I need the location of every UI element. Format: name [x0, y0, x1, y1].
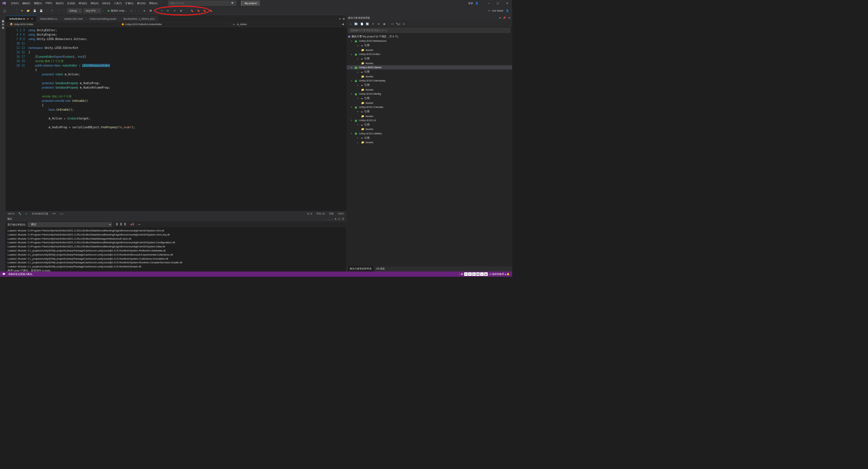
tab-burst[interactable]: BurstAotSett...s_WebGL.json: [120, 16, 158, 22]
outdent-icon[interactable]: ⇤: [166, 8, 170, 13]
crumb-member[interactable]: ◈ m_Action: [231, 22, 340, 26]
menu-git[interactable]: Git(G): [44, 1, 54, 6]
clear-bookmark-icon[interactable]: 🔖: [209, 8, 213, 13]
user-icon[interactable]: 👤: [475, 2, 478, 4]
nav-back-icon[interactable]: ◯: [2, 8, 7, 13]
crumb-namespace[interactable]: 📦 Unity.LEGO.Editor: [7, 22, 117, 26]
panel-tab-explorer[interactable]: 解决方案资源管理器: [348, 266, 374, 271]
menu-window[interactable]: 窗口(W): [135, 1, 147, 6]
feedback-icon[interactable]: 👤: [505, 8, 510, 13]
menu-test[interactable]: 测试(S): [89, 1, 100, 6]
comment-icon[interactable]: ≡: [172, 8, 177, 13]
chevron-right-icon[interactable]: ▸: [357, 71, 360, 73]
refresh-icon[interactable]: ⟳: [371, 21, 375, 26]
eol-mode[interactable]: CRLF: [338, 212, 344, 215]
menu-file[interactable]: 文件(F): [9, 1, 20, 6]
explorer-pin-icon[interactable]: 📌: [503, 16, 506, 19]
menu-debug[interactable]: 调试(D): [77, 1, 88, 6]
chevron-right-icon[interactable]: ▸: [357, 137, 360, 139]
output-clear-icon[interactable]: ✖≣: [130, 223, 134, 226]
chevron-down-icon[interactable]: ▾: [351, 132, 353, 134]
output-next-icon[interactable]: ≣: [124, 223, 126, 226]
collapse-icon[interactable]: ⊟: [376, 21, 381, 26]
sidebar-datasources[interactable]: 数据源: [0, 23, 5, 26]
sidebar-toolbox[interactable]: 工具箱: [0, 20, 5, 23]
step-icon[interactable]: ⎘: [142, 8, 146, 13]
explorer-close-icon[interactable]: ✕: [508, 16, 510, 19]
menu-help[interactable]: 帮助(H): [147, 1, 159, 6]
show-all-icon[interactable]: ▣: [382, 21, 387, 26]
tabs-more-icon[interactable]: ⊞: [342, 16, 346, 21]
whitespace-mode[interactable]: 空格: [329, 212, 334, 215]
close-icon[interactable]: ✕: [504, 0, 510, 6]
ime-bar[interactable]: 中⚙简⌨☺▦: [464, 272, 488, 276]
save-all-icon[interactable]: 💾: [39, 8, 43, 13]
chevron-down-icon[interactable]: ▾: [351, 93, 353, 95]
start-debug-button[interactable]: ▶ 附加到 Unity ▾: [106, 8, 129, 13]
chevron-right-icon[interactable]: ▸: [357, 111, 360, 113]
menu-extensions[interactable]: 扩展(X): [124, 1, 135, 6]
menu-build[interactable]: 生成(B): [66, 1, 77, 6]
global-search[interactable]: 🔍: [168, 1, 236, 5]
live-share-button[interactable]: Live Share: [492, 9, 504, 12]
menu-edit[interactable]: 编辑(E): [21, 1, 32, 6]
new-item-icon[interactable]: ✚: [20, 8, 24, 13]
menu-view[interactable]: 视图(V): [32, 1, 43, 6]
project-selector[interactable]: My project: [241, 1, 260, 6]
minimize-icon[interactable]: ─: [486, 0, 492, 6]
bookmark-icon[interactable]: 🔖: [190, 8, 194, 13]
zoom-level[interactable]: 100 %: [7, 212, 14, 215]
platform-dropdown[interactable]: Any CPU: [84, 8, 101, 13]
code-icon[interactable]: <>: [390, 21, 395, 26]
brush-icon[interactable]: ✎▾: [52, 212, 55, 215]
search-input[interactable]: [170, 2, 231, 4]
redo-icon[interactable]: ↷: [56, 8, 61, 13]
next-bookmark-icon[interactable]: 🔖: [202, 8, 207, 13]
solution-tree[interactable]: ▣解决方案"My project"(8 个项目，共 8 个) ▾▣Unity.L…: [346, 33, 512, 266]
chevron-right-icon[interactable]: ▸: [357, 97, 360, 99]
explorer-dropdown-icon[interactable]: ▾: [499, 16, 501, 19]
chevron-right-icon[interactable]: ▸: [357, 142, 360, 144]
chevron-down-icon[interactable]: ▾: [351, 53, 353, 55]
tab-usersettings[interactable]: EditorUserSettings.asset: [86, 16, 120, 22]
chevron-right-icon[interactable]: ▸: [357, 84, 360, 86]
menu-tools[interactable]: 工具(T): [112, 1, 123, 6]
output-goto-icon[interactable]: ≣: [116, 223, 118, 226]
uncomment-icon[interactable]: ≢: [179, 8, 183, 13]
pending-icon[interactable]: 📄: [359, 21, 364, 26]
notification-icon[interactable]: 🔔: [507, 273, 510, 276]
open-icon[interactable]: 📂: [26, 8, 31, 13]
login-button[interactable]: 登录: [468, 1, 473, 5]
close-tab-icon[interactable]: ✕: [31, 18, 33, 20]
browse-icon[interactable]: 🗗: [149, 8, 153, 13]
panel-tab-git[interactable]: Git 更改: [374, 266, 387, 271]
tab-actioneditor[interactable]: ActionEditor.cs 📌 ✕: [6, 16, 37, 22]
output-wrap-icon[interactable]: ↩: [138, 223, 140, 226]
chevron-right-icon[interactable]: ▸: [357, 44, 360, 46]
tab-dwlt[interactable]: default-2021.dwlt: [61, 16, 86, 22]
explorer-search[interactable]: [348, 28, 510, 33]
home-icon[interactable]: ⌂: [348, 21, 353, 26]
menu-project[interactable]: 项目(P): [54, 1, 65, 6]
nav-forward-icon[interactable]: →: [9, 8, 13, 13]
tab-editorutilities[interactable]: EditorUtilities.cs: [37, 16, 61, 22]
start-without-debug-icon[interactable]: ▷: [131, 9, 133, 12]
split-icon[interactable]: ✚: [342, 23, 344, 26]
output-body[interactable]: Loaded: Module: C:\Program Files\Unity\H…: [6, 227, 346, 271]
chevron-right-icon[interactable]: ▸: [357, 58, 360, 60]
prev-bookmark-icon[interactable]: 🔖: [196, 8, 200, 13]
pin-icon[interactable]: 📌: [26, 18, 29, 20]
live-share-icon[interactable]: ↗: [488, 9, 490, 12]
preview-icon[interactable]: ⊡: [401, 21, 406, 26]
menu-analyze[interactable]: 分析(N): [101, 1, 112, 6]
code-editor[interactable]: 1 2 3 4 5 6 7 8 9 10 11 12 13 14 15 16 1…: [6, 27, 346, 211]
tabs-dropdown-icon[interactable]: ▾: [338, 16, 342, 21]
output-source-select[interactable]: 调试: [28, 222, 112, 227]
code-body[interactable]: using UnityEditor; using UnityEngine; us…: [28, 27, 346, 211]
config-dropdown[interactable]: Debug: [67, 8, 82, 13]
props-icon[interactable]: 🔧▾: [396, 21, 400, 26]
output-prev-icon[interactable]: ≣: [120, 223, 122, 226]
chevron-down-icon[interactable]: ▾: [351, 106, 353, 108]
refactor-icon[interactable]: 🔧: [18, 212, 21, 215]
add-source-control[interactable]: ↑添: [459, 273, 463, 276]
